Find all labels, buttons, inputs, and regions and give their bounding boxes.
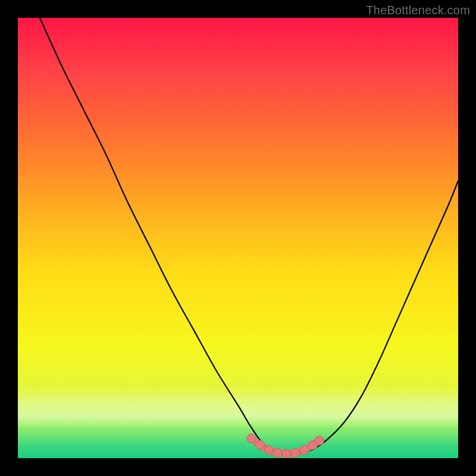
marker-dot (315, 436, 324, 445)
marker-dot (264, 446, 273, 455)
marker-dot (256, 440, 265, 449)
curve-layer (18, 18, 458, 458)
marker-dot (247, 434, 256, 443)
chart-frame: TheBottleneck.com (0, 0, 476, 476)
watermark-text: TheBottleneck.com (366, 4, 470, 17)
plot-area (18, 18, 458, 458)
marker-dot (273, 449, 282, 458)
bottleneck-curve (40, 18, 458, 455)
marker-dot (300, 446, 309, 455)
marker-dot (282, 449, 291, 458)
marker-dot (291, 449, 300, 458)
